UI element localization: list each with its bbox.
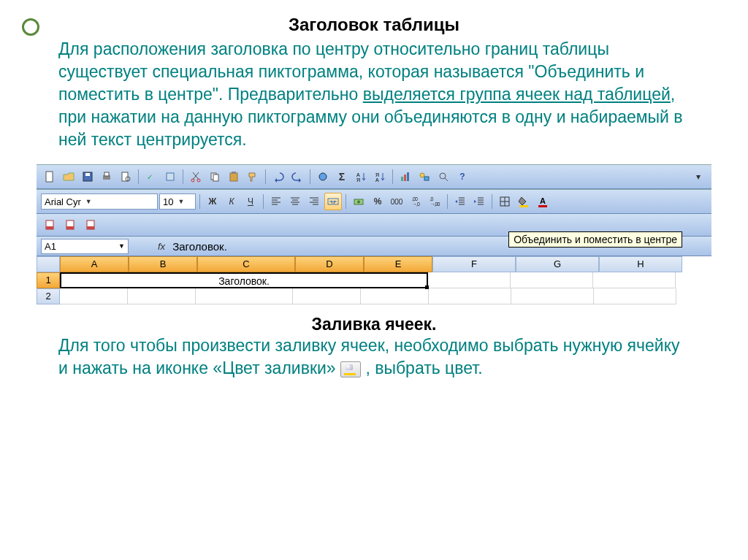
worksheet-grid[interactable]: A B C D E F G H 1 Заголовок. 2 bbox=[37, 256, 711, 304]
comma-style-button[interactable]: 000 bbox=[388, 193, 405, 210]
svg-rect-38 bbox=[46, 226, 53, 229]
font-color-icon[interactable]: А bbox=[534, 193, 552, 210]
svg-rect-24 bbox=[424, 177, 429, 180]
select-all-corner[interactable] bbox=[37, 256, 60, 272]
svg-rect-8 bbox=[167, 173, 174, 180]
italic-button[interactable]: К bbox=[223, 193, 240, 210]
increase-decimal-button[interactable]: ,00→,0 bbox=[407, 193, 424, 210]
copy-icon[interactable] bbox=[206, 168, 224, 185]
cut-icon[interactable] bbox=[187, 168, 205, 185]
cell-G1[interactable] bbox=[511, 272, 593, 288]
merge-tooltip: Объединить и поместить в центре bbox=[508, 231, 682, 248]
decrease-decimal-button[interactable]: ,0→,00 bbox=[426, 193, 443, 210]
cell-G2[interactable] bbox=[511, 288, 594, 304]
column-headers: A B C D E F G H bbox=[37, 256, 711, 272]
svg-point-30 bbox=[357, 201, 360, 204]
svg-rect-14 bbox=[232, 172, 236, 174]
col-header-H[interactable]: H bbox=[599, 256, 682, 272]
hyperlink-icon[interactable] bbox=[314, 168, 332, 185]
standard-toolbar: ✓ Σ АЯ ЯА ? ▾ bbox=[37, 164, 711, 189]
formatting-toolbar: Arial Cyr ▼ 10 ▼ Ж К Ч a % 000 ,00→,0 ,0… bbox=[37, 189, 711, 214]
toolbar-options-icon[interactable]: ▾ bbox=[690, 168, 707, 185]
pdf-icon-2[interactable] bbox=[61, 216, 79, 234]
help-icon[interactable]: ? bbox=[454, 168, 471, 185]
col-header-D[interactable]: D bbox=[295, 256, 364, 272]
align-center-icon[interactable] bbox=[286, 193, 304, 210]
chart-icon[interactable] bbox=[397, 168, 414, 185]
svg-point-25 bbox=[440, 173, 446, 179]
svg-rect-4 bbox=[104, 172, 109, 176]
borders-icon[interactable] bbox=[496, 193, 514, 210]
format-painter-icon[interactable] bbox=[244, 168, 262, 185]
svg-rect-34 bbox=[519, 205, 528, 207]
pdf-icon-1[interactable] bbox=[41, 216, 58, 234]
undo-icon[interactable] bbox=[270, 168, 287, 185]
underline-button[interactable]: Ч bbox=[242, 193, 259, 210]
chevron-down-icon: ▼ bbox=[178, 198, 184, 205]
separator bbox=[183, 169, 183, 184]
font-size-combo[interactable]: 10 ▼ bbox=[159, 193, 196, 210]
svg-rect-42 bbox=[87, 226, 94, 229]
separator bbox=[310, 169, 310, 184]
open-icon[interactable] bbox=[60, 168, 77, 185]
currency-button[interactable] bbox=[350, 193, 367, 210]
preview-icon[interactable] bbox=[117, 168, 134, 185]
spell-icon[interactable]: ✓ bbox=[142, 168, 160, 185]
cell-F1[interactable] bbox=[428, 272, 511, 288]
svg-text:А: А bbox=[540, 196, 546, 205]
name-box[interactable]: A1 ▼ bbox=[41, 239, 129, 254]
svg-point-15 bbox=[319, 173, 327, 180]
pdf-icon-3[interactable] bbox=[82, 216, 99, 234]
fill-color-inline-icon bbox=[340, 361, 361, 377]
font-name-combo[interactable]: Arial Cyr ▼ bbox=[41, 193, 158, 210]
sort-asc-icon[interactable]: АЯ bbox=[352, 168, 370, 185]
separator bbox=[346, 194, 346, 209]
save-icon[interactable] bbox=[79, 168, 96, 185]
drawing-icon[interactable] bbox=[416, 168, 433, 185]
cell-H2[interactable] bbox=[594, 288, 676, 304]
print-icon[interactable] bbox=[98, 168, 115, 185]
col-header-E[interactable]: E bbox=[364, 256, 432, 272]
svg-rect-40 bbox=[66, 226, 74, 229]
new-doc-icon[interactable] bbox=[41, 168, 58, 185]
svg-text:А: А bbox=[375, 177, 379, 183]
percent-button[interactable]: % bbox=[369, 193, 386, 210]
font-name-value: Arial Cyr bbox=[45, 196, 81, 207]
cell-B2[interactable] bbox=[128, 288, 196, 304]
zoom-combo[interactable] bbox=[435, 168, 452, 185]
merged-cell-A1-E1[interactable]: Заголовок. bbox=[60, 272, 428, 288]
merge-center-button[interactable]: a bbox=[324, 193, 342, 210]
row-header-1[interactable]: 1 bbox=[37, 272, 60, 288]
col-header-G[interactable]: G bbox=[516, 256, 599, 272]
align-right-icon[interactable] bbox=[305, 193, 323, 210]
autosum-icon[interactable]: Σ bbox=[333, 168, 351, 185]
col-header-C[interactable]: C bbox=[197, 256, 295, 272]
excel-screenshot: ✓ Σ АЯ ЯА ? ▾ Arial Cyr bbox=[37, 164, 711, 304]
increase-indent-icon[interactable] bbox=[470, 193, 488, 210]
sort-desc-icon[interactable]: ЯА bbox=[371, 168, 389, 185]
fx-label[interactable]: fx bbox=[158, 241, 165, 252]
col-header-B[interactable]: B bbox=[129, 256, 197, 272]
cell-C2[interactable] bbox=[196, 288, 293, 304]
formula-content[interactable]: Заголовок. bbox=[172, 240, 227, 253]
row-header-2[interactable]: 2 bbox=[37, 288, 60, 304]
col-header-A[interactable]: A bbox=[60, 256, 129, 272]
cell-A2[interactable] bbox=[60, 288, 128, 304]
bold-button[interactable]: Ж bbox=[204, 193, 221, 210]
section-title-1: Заголовок таблицы bbox=[58, 15, 690, 35]
cell-D2[interactable] bbox=[293, 288, 361, 304]
col-header-F[interactable]: F bbox=[432, 256, 516, 272]
cell-H1[interactable] bbox=[593, 272, 676, 288]
research-icon[interactable] bbox=[161, 168, 179, 185]
separator bbox=[263, 194, 264, 209]
cell-E2[interactable] bbox=[361, 288, 429, 304]
cell-F2[interactable] bbox=[429, 288, 511, 304]
svg-rect-36 bbox=[538, 205, 547, 207]
grid-row-2: 2 bbox=[37, 288, 711, 304]
paste-icon[interactable] bbox=[225, 168, 243, 185]
redo-icon[interactable] bbox=[289, 168, 306, 185]
svg-text:Я: Я bbox=[356, 177, 360, 183]
fill-color-icon[interactable] bbox=[515, 193, 533, 210]
align-left-icon[interactable] bbox=[267, 193, 285, 210]
decrease-indent-icon[interactable] bbox=[451, 193, 469, 210]
